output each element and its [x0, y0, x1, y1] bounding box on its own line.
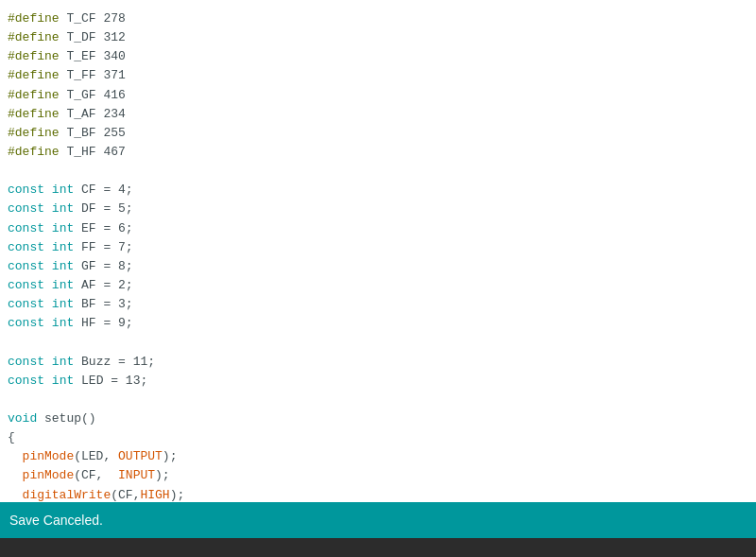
code-line: #define T_DF 312	[8, 28, 748, 47]
code-line: void setup()	[8, 409, 748, 428]
code-line: #define T_BF 255	[8, 124, 748, 143]
code-line: const int GF = 8;	[8, 257, 748, 276]
code-line-blank	[8, 391, 748, 409]
code-line: const int AF = 2;	[8, 276, 748, 295]
code-line: pinMode(LED, OUTPUT);	[8, 447, 748, 466]
code-line: const int CF = 4;	[8, 181, 748, 200]
code-line: {	[8, 428, 748, 447]
code-line: #define T_GF 416	[8, 86, 748, 105]
code-line: const int BF = 3;	[8, 295, 748, 314]
code-line: const int FF = 7;	[8, 238, 748, 257]
code-editor: #define T_CF 278 #define T_DF 312 #defin…	[0, 0, 756, 502]
code-line: const int EF = 6;	[8, 219, 748, 238]
status-bar: Save Canceled.	[0, 502, 756, 538]
code-line: #define T_FF 371	[8, 66, 748, 85]
code-line-blank	[8, 162, 748, 181]
code-line: const int DF = 5;	[8, 200, 748, 218]
code-line: const int LED = 13;	[8, 372, 748, 391]
code-line: #define T_HF 467	[8, 143, 748, 162]
code-line: const int Buzz = 11;	[8, 353, 748, 372]
code-line: #define T_AF 234	[8, 105, 748, 124]
code-line: pinMode(CF, INPUT);	[8, 466, 748, 485]
bottom-bar	[0, 538, 756, 557]
code-line: const int HF = 9;	[8, 314, 748, 333]
code-line-blank	[8, 333, 748, 352]
status-message: Save Canceled.	[9, 513, 103, 528]
code-line: #define T_EF 340	[8, 47, 748, 66]
code-line: #define T_CF 278	[8, 9, 748, 28]
code-line: digitalWrite(CF,HIGH);	[8, 486, 748, 502]
